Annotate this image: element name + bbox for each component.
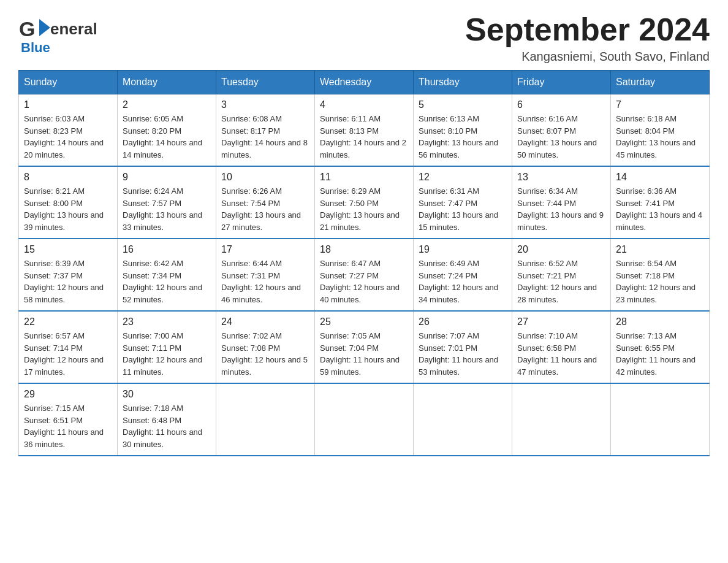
empty-cell — [216, 383, 315, 456]
calendar-day-cell: 18Sunrise: 6:47 AMSunset: 7:27 PMDayligh… — [315, 239, 414, 311]
day-info: Sunrise: 6:29 AMSunset: 7:50 PMDaylight:… — [320, 185, 408, 233]
empty-cell — [414, 383, 512, 456]
calendar-week-row: 1Sunrise: 6:03 AMSunset: 8:23 PMDaylight… — [19, 94, 710, 167]
day-number: 15 — [24, 244, 112, 255]
day-number: 5 — [419, 99, 507, 110]
calendar-day-cell: 24Sunrise: 7:02 AMSunset: 7:08 PMDayligh… — [216, 311, 315, 383]
logo-blue-label: Blue — [21, 40, 50, 56]
day-number: 13 — [517, 172, 605, 183]
day-info: Sunrise: 6:16 AMSunset: 8:07 PMDaylight:… — [517, 113, 605, 161]
day-info: Sunrise: 7:15 AMSunset: 6:51 PMDaylight:… — [24, 402, 112, 450]
day-number: 27 — [517, 316, 605, 327]
calendar-day-cell: 29Sunrise: 7:15 AMSunset: 6:51 PMDayligh… — [19, 383, 118, 456]
calendar-day-cell: 6Sunrise: 6:16 AMSunset: 8:07 PMDaylight… — [512, 94, 611, 167]
calendar-day-cell: 4Sunrise: 6:11 AMSunset: 8:13 PMDaylight… — [315, 94, 414, 167]
logo-svg: G — [18, 15, 50, 42]
calendar-week-row: 8Sunrise: 6:21 AMSunset: 8:00 PMDaylight… — [19, 166, 710, 239]
calendar-day-cell: 7Sunrise: 6:18 AMSunset: 8:04 PMDaylight… — [611, 94, 710, 167]
day-number: 12 — [419, 172, 507, 183]
calendar-week-row: 15Sunrise: 6:39 AMSunset: 7:37 PMDayligh… — [19, 239, 710, 311]
calendar-week-row: 22Sunrise: 6:57 AMSunset: 7:14 PMDayligh… — [19, 311, 710, 383]
day-number: 4 — [320, 99, 408, 110]
day-number: 14 — [616, 172, 704, 183]
col-header-wednesday: Wednesday — [315, 71, 414, 94]
calendar-day-cell: 5Sunrise: 6:13 AMSunset: 8:10 PMDaylight… — [414, 94, 512, 167]
calendar-header-row: SundayMondayTuesdayWednesdayThursdayFrid… — [19, 71, 710, 94]
day-number: 6 — [517, 99, 605, 110]
day-info: Sunrise: 7:00 AMSunset: 7:11 PMDaylight:… — [123, 330, 211, 378]
calendar-day-cell: 22Sunrise: 6:57 AMSunset: 7:14 PMDayligh… — [19, 311, 118, 383]
day-info: Sunrise: 7:13 AMSunset: 6:55 PMDaylight:… — [616, 330, 704, 378]
calendar-day-cell: 30Sunrise: 7:18 AMSunset: 6:48 PMDayligh… — [118, 383, 216, 456]
calendar-day-cell: 20Sunrise: 6:52 AMSunset: 7:21 PMDayligh… — [512, 239, 611, 311]
day-info: Sunrise: 6:08 AMSunset: 8:17 PMDaylight:… — [221, 113, 309, 161]
day-number: 1 — [24, 99, 112, 110]
day-number: 23 — [123, 316, 211, 327]
col-header-friday: Friday — [512, 71, 611, 94]
day-info: Sunrise: 6:18 AMSunset: 8:04 PMDaylight:… — [616, 113, 704, 161]
calendar-day-cell: 23Sunrise: 7:00 AMSunset: 7:11 PMDayligh… — [118, 311, 216, 383]
logo: G eneral — [18, 15, 97, 42]
calendar-day-cell: 9Sunrise: 6:24 AMSunset: 7:57 PMDaylight… — [118, 166, 216, 239]
calendar-day-cell: 12Sunrise: 6:31 AMSunset: 7:47 PMDayligh… — [414, 166, 512, 239]
day-number: 3 — [221, 99, 309, 110]
calendar-day-cell: 10Sunrise: 6:26 AMSunset: 7:54 PMDayligh… — [216, 166, 315, 239]
day-number: 25 — [320, 316, 408, 327]
day-info: Sunrise: 6:57 AMSunset: 7:14 PMDaylight:… — [24, 330, 112, 378]
calendar-day-cell: 11Sunrise: 6:29 AMSunset: 7:50 PMDayligh… — [315, 166, 414, 239]
day-info: Sunrise: 6:39 AMSunset: 7:37 PMDaylight:… — [24, 258, 112, 305]
calendar-day-cell: 1Sunrise: 6:03 AMSunset: 8:23 PMDaylight… — [19, 94, 118, 167]
day-info: Sunrise: 6:42 AMSunset: 7:34 PMDaylight:… — [123, 258, 211, 305]
svg-text:G: G — [19, 17, 35, 40]
calendar-week-row: 29Sunrise: 7:15 AMSunset: 6:51 PMDayligh… — [19, 383, 710, 456]
day-number: 21 — [616, 244, 704, 255]
logo-area: G eneral Blue — [18, 12, 97, 56]
day-number: 19 — [419, 244, 507, 255]
day-info: Sunrise: 6:24 AMSunset: 7:57 PMDaylight:… — [123, 185, 211, 233]
calendar-day-cell: 16Sunrise: 6:42 AMSunset: 7:34 PMDayligh… — [118, 239, 216, 311]
calendar-day-cell: 26Sunrise: 7:07 AMSunset: 7:01 PMDayligh… — [414, 311, 512, 383]
calendar-day-cell: 13Sunrise: 6:34 AMSunset: 7:44 PMDayligh… — [512, 166, 611, 239]
empty-cell — [611, 383, 710, 456]
day-info: Sunrise: 6:03 AMSunset: 8:23 PMDaylight:… — [24, 113, 112, 161]
day-number: 2 — [123, 99, 211, 110]
calendar-day-cell: 25Sunrise: 7:05 AMSunset: 7:04 PMDayligh… — [315, 311, 414, 383]
day-info: Sunrise: 7:18 AMSunset: 6:48 PMDaylight:… — [123, 402, 211, 450]
day-number: 9 — [123, 172, 211, 183]
calendar-table: SundayMondayTuesdayWednesdayThursdayFrid… — [18, 70, 710, 456]
day-number: 16 — [123, 244, 211, 255]
logo-general: eneral — [50, 20, 97, 39]
day-number: 24 — [221, 316, 309, 327]
day-info: Sunrise: 6:11 AMSunset: 8:13 PMDaylight:… — [320, 113, 408, 161]
calendar-day-cell: 17Sunrise: 6:44 AMSunset: 7:31 PMDayligh… — [216, 239, 315, 311]
empty-cell — [512, 383, 611, 456]
day-info: Sunrise: 7:10 AMSunset: 6:58 PMDaylight:… — [517, 330, 605, 378]
day-info: Sunrise: 6:05 AMSunset: 8:20 PMDaylight:… — [123, 113, 211, 161]
day-number: 10 — [221, 172, 309, 183]
day-info: Sunrise: 6:26 AMSunset: 7:54 PMDaylight:… — [221, 185, 309, 233]
calendar-day-cell: 27Sunrise: 7:10 AMSunset: 6:58 PMDayligh… — [512, 311, 611, 383]
day-info: Sunrise: 6:49 AMSunset: 7:24 PMDaylight:… — [419, 258, 507, 305]
day-info: Sunrise: 6:34 AMSunset: 7:44 PMDaylight:… — [517, 185, 605, 233]
day-info: Sunrise: 6:13 AMSunset: 8:10 PMDaylight:… — [419, 113, 507, 161]
calendar-day-cell: 14Sunrise: 6:36 AMSunset: 7:41 PMDayligh… — [611, 166, 710, 239]
day-number: 20 — [517, 244, 605, 255]
col-header-thursday: Thursday — [414, 71, 512, 94]
col-header-sunday: Sunday — [19, 71, 118, 94]
day-info: Sunrise: 7:05 AMSunset: 7:04 PMDaylight:… — [320, 330, 408, 378]
day-info: Sunrise: 6:44 AMSunset: 7:31 PMDaylight:… — [221, 258, 309, 305]
day-number: 7 — [616, 99, 704, 110]
calendar-day-cell: 2Sunrise: 6:05 AMSunset: 8:20 PMDaylight… — [118, 94, 216, 167]
calendar-day-cell: 21Sunrise: 6:54 AMSunset: 7:18 PMDayligh… — [611, 239, 710, 311]
day-number: 18 — [320, 244, 408, 255]
day-number: 11 — [320, 172, 408, 183]
day-info: Sunrise: 6:36 AMSunset: 7:41 PMDaylight:… — [616, 185, 704, 233]
col-header-tuesday: Tuesday — [216, 71, 315, 94]
day-number: 22 — [24, 316, 112, 327]
day-number: 26 — [419, 316, 507, 327]
calendar-day-cell: 19Sunrise: 6:49 AMSunset: 7:24 PMDayligh… — [414, 239, 512, 311]
col-header-saturday: Saturday — [611, 71, 710, 94]
calendar-day-cell: 28Sunrise: 7:13 AMSunset: 6:55 PMDayligh… — [611, 311, 710, 383]
day-info: Sunrise: 6:21 AMSunset: 8:00 PMDaylight:… — [24, 185, 112, 233]
day-info: Sunrise: 7:02 AMSunset: 7:08 PMDaylight:… — [221, 330, 309, 378]
